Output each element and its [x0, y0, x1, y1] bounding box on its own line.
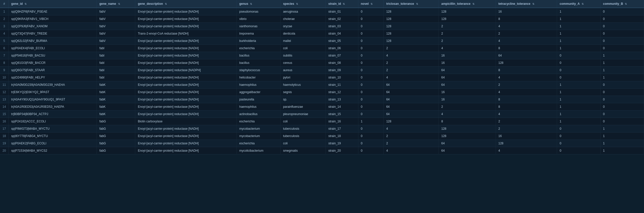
cell-row9-col7: 0 [358, 67, 384, 74]
table-row[interactable]: 2sp|Q9KRA3|FABV1_VIBCHfabVEnoyl-[acyl-ca… [0, 15, 644, 23]
cell-row3-col6: strain_03 [326, 23, 358, 30]
col-header-species[interactable]: species ⇅ [280, 0, 326, 8]
cell-row15-col8: 64 [384, 111, 439, 118]
cell-row18-col7: 0 [358, 132, 384, 140]
table-row[interactable]: 9sp|Q6GI75|FABI_STAARfabIEnoyl-[acyl-car… [0, 67, 644, 74]
cell-row8-col4: bacillus [237, 59, 280, 67]
cell-row9-col9: 64 [439, 67, 496, 74]
cell-row1-col8: 128 [384, 8, 439, 15]
cell-row17-col5: tuberculosis [280, 125, 326, 132]
cell-row16-col7: 1 [358, 118, 384, 125]
cell-row13-col12: 0 [600, 96, 644, 103]
cell-row10-col4: helicobacter [237, 74, 280, 81]
cell-row4-col7: 0 [358, 30, 384, 37]
cell-row2-col4: vibrio [237, 15, 280, 23]
cell-row11-col10: 2 [496, 81, 557, 89]
cell-row20-col9: 64 [439, 147, 496, 154]
cell-row2-col3: Enoyl-[acyl-carrier-protein] reductase [… [135, 15, 237, 23]
cell-row9-col3: Enoyl-[acyl-carrier-protein] reductase [… [135, 67, 237, 74]
col-header-tetracycline-tolerance-label: tetracycline_tolerance [498, 2, 531, 6]
cell-row2-col2: fabV [97, 15, 135, 23]
sort-icon-species: ⇅ [296, 3, 298, 5]
cell-row15-col12: 0 [600, 111, 644, 118]
table-row[interactable]: 15tr|B0BP34|B0BP34_ACTPJfabKEnoyl-[acyl-… [0, 111, 644, 118]
col-header-community-b[interactable]: community_B ⇅ [600, 0, 644, 8]
cell-row4-col3: Trans-2-enoyl-CoA reductase [NADH] [135, 30, 237, 37]
cell-row13-col2: fabK [97, 96, 135, 103]
cell-row1-col2: fabV [97, 8, 135, 15]
cell-row6-col12: 0 [600, 45, 644, 52]
cell-row15-col4: actinobacillus [237, 111, 280, 118]
cell-row11-col2: fabK [97, 81, 135, 89]
cell-row18-col9: 128 [439, 132, 496, 140]
cell-row13-col3: Enoyl-[acyl-carrier-protein] reductase [… [135, 96, 237, 103]
cell-row1-col7: 0 [358, 8, 384, 15]
cell-row17-col1: sp|P9WGT3|MABA_MYCTU [9, 125, 97, 132]
col-header-strain-id[interactable]: strain_id ⇅ [326, 0, 358, 8]
table-row[interactable]: 5sp|Q62L02|FABV_BURMAfabVEnoyl-[acyl-car… [0, 37, 644, 45]
table-row[interactable]: 1sp|Q9HZP8|FABV_PSEAEfabVEnoyl-[acyl-car… [0, 8, 644, 15]
cell-row18-col0: 18 [0, 132, 9, 140]
table-row[interactable]: 17sp|P9WGT3|MABA_MYCTUfabGEnoyl-[acyl-ca… [0, 125, 644, 132]
cell-row1-col10: 16 [496, 8, 557, 15]
sort-icon-strain-id: ⇅ [343, 3, 345, 5]
table-row[interactable]: 18sp|I6Y778|FABG4_MYCTUfabGEnoyl-[acyl-c… [0, 132, 644, 140]
cell-row14-col2: fabK [97, 103, 135, 111]
table-row[interactable]: 16sp|P24182|ACCC_ECOLIfabGBiotin carboxy… [0, 118, 644, 125]
col-header-genus[interactable]: genus ⇅ [237, 0, 280, 8]
cell-row10-col11: 0 [557, 74, 600, 81]
cell-row19-col3: Enoyl-[acyl-carrier-protein] reductase [… [135, 140, 237, 147]
table-row[interactable]: 7sp|P54616|FABI_BACSUfabIEnoyl-[acyl-car… [0, 52, 644, 59]
col-header-row-num-label: # [3, 2, 5, 6]
cell-row7-col3: Enoyl-[acyl-carrier-protein] reductase [… [135, 52, 237, 59]
cell-row20-col7: 0 [358, 147, 384, 154]
cell-row6-col8: 2 [384, 45, 439, 52]
cell-row1-col3: Enoyl-[acyl-carrier-protein] reductase [… [135, 8, 237, 15]
col-header-gene-id[interactable]: gene_id ⇅ [9, 0, 97, 8]
cell-row12-col10: 4 [496, 89, 557, 96]
cell-row5-col11: 1 [557, 37, 600, 45]
table-row[interactable]: 12tr|E6KYQ2|E6KYQ2_9PASTfabKEnoyl-[acyl-… [0, 89, 644, 96]
col-header-ampicillin-tolerance[interactable]: ampicillin_tolerance ⇅ [439, 0, 496, 8]
sort-icon-gene-name: ⇅ [118, 3, 120, 5]
cell-row3-col7: 0 [358, 23, 384, 30]
table-row[interactable]: 4sp|Q73Q47|FABV_TREDEfabVTrans-2-enoyl-C… [0, 30, 644, 37]
cell-row6-col6: strain_06 [326, 45, 358, 52]
cell-row3-col8: 128 [384, 23, 439, 30]
col-header-novel[interactable]: novel ⇅ [358, 0, 384, 8]
cell-row20-col12: 1 [600, 147, 644, 154]
cell-row9-col8: 2 [384, 67, 439, 74]
cell-row16-col6: strain_16 [326, 118, 358, 125]
cell-row2-col7: 0 [358, 15, 384, 23]
cell-row2-col10: 8 [496, 15, 557, 23]
table-row[interactable]: 3sp|Q2P9J6|FABV_XANOMfabVEnoyl-[acyl-car… [0, 23, 644, 30]
cell-row19-col10: 128 [496, 140, 557, 147]
table-row[interactable]: 8sp|Q81GI3|FABI_BACCRfabIEnoyl-[acyl-car… [0, 59, 644, 67]
cell-row8-col8: 2 [384, 59, 439, 67]
cell-row14-col0: 14 [0, 103, 9, 111]
table-row[interactable]: 14tr|A0A1R0ED53|A0A1R0ED53_HAEPAfabKEnoy… [0, 103, 644, 111]
cell-row19-col9: 64 [439, 140, 496, 147]
col-header-gene-description[interactable]: gene_description ⇅ [135, 0, 237, 8]
cell-row11-col1: tr|A0A0M3G239|A0A0M3G239_HAEHA [9, 81, 97, 89]
cell-row16-col4: escherichia [237, 118, 280, 125]
cell-row4-col11: 1 [557, 30, 600, 37]
table-row[interactable]: 10sp|O24990|FABI_HELPYfabIEnoyl-[acyl-ca… [0, 74, 644, 81]
col-header-triclosan-tolerance[interactable]: triclosan_tolerance ⇅ [384, 0, 439, 8]
table-row[interactable]: 11tr|A0A0M3G239|A0A0M3G239_HAEHAfabKEnoy… [0, 81, 644, 89]
col-header-row-num[interactable]: # [0, 0, 9, 8]
col-header-tetracycline-tolerance[interactable]: tetracycline_tolerance ⇅ [496, 0, 557, 8]
col-header-gene-name[interactable]: gene_name ⇅ [97, 0, 135, 8]
cell-row9-col2: fabI [97, 67, 135, 74]
table-row[interactable]: 6sp|P0AEK4|FABI_ECOLIfabIEnoyl-[acyl-car… [0, 45, 644, 52]
cell-row6-col0: 6 [0, 45, 9, 52]
cell-row7-col9: 16 [439, 52, 496, 59]
cell-row7-col1: sp|P54616|FABI_BACSU [9, 52, 97, 59]
table-row[interactable]: 20sp|P71534|MABA_MYCS2fabGEnoyl-[acyl-ca… [0, 147, 644, 154]
table-row[interactable]: 19sp|P0AEK2|FABG_ECOLIfabGEnoyl-[acyl-ca… [0, 140, 644, 147]
data-table: # gene_id ⇅ gene_name ⇅ gene_description… [0, 0, 644, 154]
col-header-community-a[interactable]: community_A ⇅ [557, 0, 600, 8]
col-header-novel-label: novel [361, 2, 369, 6]
table-row[interactable]: 13tr|A0A4Y9GUQ1|A0A4Y9GUQ1_9PASTfabKEnoy… [0, 96, 644, 103]
cell-row17-col4: mycobacterium [237, 125, 280, 132]
